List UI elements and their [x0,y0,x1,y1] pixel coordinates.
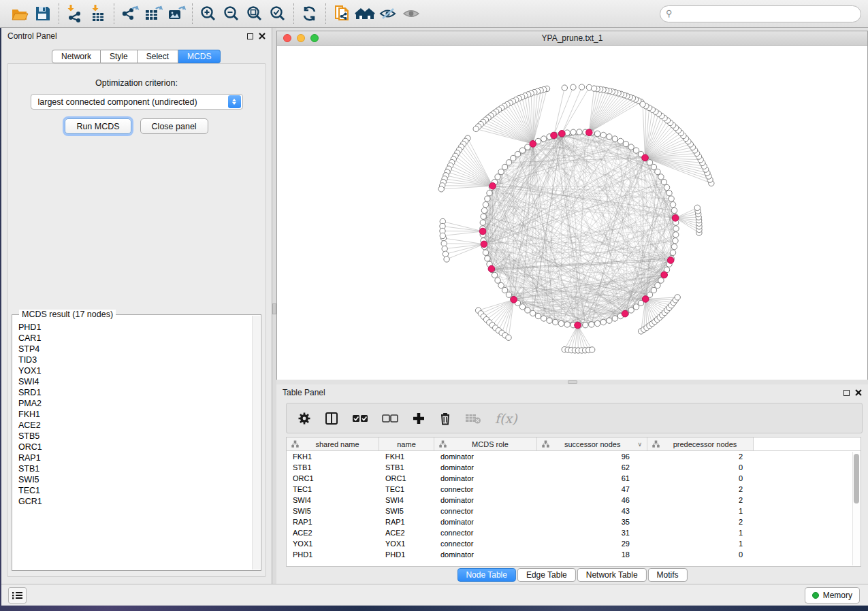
show-all-button[interactable] [353,2,376,25]
optimization-criterion-select[interactable]: largest connected component (undirected) [31,94,243,110]
graph-node[interactable] [564,322,570,327]
graph-node[interactable] [600,319,606,325]
graph-node[interactable] [658,278,664,283]
graph-hub-node[interactable] [530,141,536,148]
graph-node[interactable] [671,244,677,249]
graph-node[interactable] [480,220,485,225]
mcds-result-item[interactable]: TEC1 [18,485,252,496]
graph-node[interactable] [670,202,675,208]
table-row[interactable]: STB1STB1dominator620 [287,462,861,473]
graph-node[interactable] [442,246,447,251]
graph-node[interactable] [492,272,497,278]
graph-node[interactable] [553,319,558,325]
table-row[interactable]: RAP1RAP1dominator352 [287,516,861,527]
graph-node[interactable] [612,316,617,321]
graph-node[interactable] [495,278,500,283]
graph-hub-node[interactable] [488,265,495,272]
graph-hub-node[interactable] [622,310,628,317]
graph-node[interactable] [658,174,664,180]
graph-node[interactable] [607,318,612,323]
network-canvas[interactable] [277,46,867,380]
graph-node[interactable] [669,196,674,201]
graph-hub-node[interactable] [511,297,517,303]
tab-style[interactable]: Style [101,50,138,63]
graph-node[interactable] [485,196,490,201]
mcds-result-scrollbar[interactable] [252,316,260,569]
refresh-button[interactable] [298,2,321,25]
graph-node[interactable] [483,202,488,208]
graph-node[interactable] [541,316,547,321]
open-file-button[interactable] [8,2,31,25]
mcds-result-item[interactable]: CAR1 [18,333,252,344]
toggle-column-pane-button[interactable] [325,412,338,425]
add-column-button[interactable] [412,412,425,425]
graph-node[interactable] [628,308,634,313]
close-panel-button[interactable]: Close panel [140,118,208,134]
graph-node[interactable] [675,295,680,300]
mcds-result-item[interactable]: ACE2 [18,420,252,431]
graph-hub-node[interactable] [489,183,496,190]
graph-node[interactable] [440,233,445,238]
table-row[interactable]: ORC1ORC1dominator610 [287,473,861,484]
tab-node-table[interactable]: Node Table [457,568,516,582]
tab-mcds[interactable]: MCDS [178,50,221,63]
float-panel-icon[interactable] [247,33,253,39]
graph-node[interactable] [670,250,675,255]
graph-node[interactable] [506,292,511,297]
table-row[interactable]: SWI4SWI4dominator462 [287,495,861,506]
tab-select[interactable]: Select [138,50,178,63]
graph-node[interactable] [547,318,552,323]
mcds-result-item[interactable]: FKH1 [18,409,252,420]
graph-node[interactable] [651,164,656,169]
graph-node[interactable] [481,208,487,213]
mcds-result-item[interactable]: STB5 [18,431,252,442]
graph-node[interactable] [694,205,700,210]
delete-column-button[interactable] [439,412,451,425]
graph-node[interactable] [628,144,634,150]
export-image-button[interactable] [165,2,188,25]
graph-node[interactable] [443,251,448,257]
mcds-result-list[interactable]: PHD1CAR1STP4TID3YOX1SWI4SRD1PMA2FKH1ACE2… [12,319,252,570]
graph-hub-node[interactable] [479,228,486,235]
table-row[interactable]: ACE2ACE2connector311 [287,527,861,538]
graph-node[interactable] [623,141,628,146]
column-header-MCDS-role[interactable]: MCDS role [434,437,537,450]
graph-node[interactable] [541,136,547,142]
column-header-successor-nodes[interactable]: successor nodes∨ [537,437,647,450]
graph-node[interactable] [673,232,679,237]
export-network-button[interactable] [118,2,142,25]
table-scrollbar[interactable] [852,452,860,565]
mcds-result-item[interactable]: ORC1 [18,442,252,452]
run-mcds-button[interactable]: Run MCDS [65,118,131,134]
graph-node[interactable] [661,179,666,184]
graph-node[interactable] [600,132,606,137]
graph-node[interactable] [525,308,530,313]
graph-node[interactable] [502,164,507,169]
graph-node[interactable] [594,131,600,136]
graph-node[interactable] [473,126,479,131]
graph-node[interactable] [671,208,677,213]
graph-node[interactable] [570,84,576,90]
close-panel-icon[interactable] [855,389,862,396]
show-selected-button[interactable] [400,2,423,25]
graph-node[interactable] [577,129,582,135]
table-row[interactable]: SWI5SWI5connector431 [287,506,861,516]
graph-node[interactable] [589,322,594,327]
duplicate-network-button[interactable] [330,2,353,25]
float-panel-icon[interactable] [843,390,850,396]
graph-node[interactable] [664,184,669,190]
graph-node[interactable] [498,169,504,174]
graph-hub-node[interactable] [551,132,558,139]
graph-hub-node[interactable] [586,129,593,136]
network-window-titlebar[interactable]: YPA_prune.txt_1 [277,31,867,46]
tab-network-table[interactable]: Network Table [577,568,647,582]
table-row[interactable]: PHD1PHD1dominator180 [287,549,861,560]
graph-node[interactable] [666,191,672,196]
hide-selected-button[interactable] [376,2,400,25]
search-input[interactable] [660,5,861,22]
network-graph[interactable] [277,46,867,380]
graph-node[interactable] [485,256,490,261]
graph-node[interactable] [519,148,525,153]
mcds-result-item[interactable]: STP4 [18,344,252,354]
graph-hub-node[interactable] [667,257,674,264]
